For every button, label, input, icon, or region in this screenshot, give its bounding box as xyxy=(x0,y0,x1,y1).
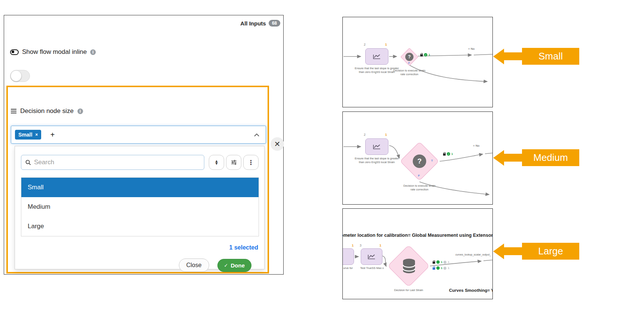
chevron-up-icon[interactable] xyxy=(254,133,260,137)
close-button[interactable]: Close xyxy=(179,258,209,272)
selected-count: 1 selected xyxy=(229,244,258,251)
edge-output-label: curves_lookup_scalar_output_ xyxy=(436,253,491,256)
all-inputs-label: All Inputs xyxy=(240,20,266,27)
question-icon: ? xyxy=(413,154,426,168)
node-count: 2 xyxy=(364,43,366,46)
decision-label: Decision to execute strain rate correcti… xyxy=(391,69,428,76)
line-chart-icon xyxy=(367,254,376,260)
tune-icon xyxy=(231,159,237,165)
node-status-badges: 1 1 xyxy=(433,260,449,264)
dot-badge-icon xyxy=(443,267,446,270)
badge-count: 1 xyxy=(441,266,442,270)
edge-condition-label: = No xyxy=(473,144,479,147)
toggle-knob xyxy=(11,71,21,81)
dot-badge-icon xyxy=(443,261,446,264)
diagram-medium: 2 1 Ensure that the last slope is greate… xyxy=(342,111,493,205)
callout-arrow-head xyxy=(493,49,504,64)
process-node xyxy=(365,48,388,65)
callout-arrow-shaft xyxy=(504,247,524,255)
done-button[interactable]: ✓ Done xyxy=(217,259,251,272)
sort-down-icon: ▼ xyxy=(215,162,217,165)
decision-node-size-label: Decision node size xyxy=(20,107,74,115)
node-label: urve for xyxy=(342,266,356,270)
diagram-small: 2 1 Ensure that the last slope is greate… xyxy=(342,17,493,107)
list-icon xyxy=(11,109,16,113)
badge-count: 1 xyxy=(451,152,453,156)
selected-tag[interactable]: Small × xyxy=(15,130,41,140)
lock-icon xyxy=(420,54,423,56)
node-count: 3 xyxy=(360,244,361,247)
option-large[interactable]: Large xyxy=(21,217,259,236)
info-icon[interactable]: i xyxy=(77,108,83,114)
options-list: Small Medium Large xyxy=(21,177,259,236)
true-branch-label: T xyxy=(431,159,433,162)
node-count: 1 xyxy=(379,244,381,247)
lock-icon xyxy=(443,153,446,156)
size-callout-small: Small xyxy=(522,48,579,65)
diagram-large: ometer location for calibration= Global … xyxy=(342,208,493,299)
lock-icon xyxy=(433,267,435,270)
question-icon: ? xyxy=(405,53,413,61)
badge-count: 1 xyxy=(448,260,449,264)
done-label: Done xyxy=(231,262,245,269)
false-branch-label: F xyxy=(418,174,420,177)
check-badge-icon: ✓ xyxy=(424,53,427,56)
size-callout-medium: Medium xyxy=(522,149,579,166)
sort-button[interactable]: ▲ ▼ xyxy=(209,155,224,170)
line-chart-icon xyxy=(372,144,381,150)
check-badge-icon xyxy=(436,266,440,270)
node-status-badges: 1 1 xyxy=(433,266,449,270)
node-count: 1 xyxy=(352,244,354,247)
node-status-badges: ✓ 1 xyxy=(443,152,453,156)
database-icon xyxy=(402,258,416,275)
node-count: 1 xyxy=(385,133,387,137)
decision-label: Decision to execute strain rate correcti… xyxy=(401,184,438,192)
flow-modal-field: Show flow modal inline i xyxy=(10,48,96,56)
process-node xyxy=(365,138,388,155)
node-count: 1 xyxy=(385,43,387,46)
condition-bottom-label: Curves Smoothing= Yes xyxy=(449,288,493,293)
edge-condition-label: = No xyxy=(468,47,474,51)
node-label: Ensure that the last slope is greater th… xyxy=(354,157,400,164)
all-inputs-header: All Inputs 68 xyxy=(240,20,280,27)
node-count: 2 xyxy=(364,133,366,137)
inputs-count-badge: 68 xyxy=(269,20,280,27)
search-field[interactable] xyxy=(21,155,204,170)
close-icon[interactable]: ✕ xyxy=(271,137,284,151)
selected-tag-label: Small xyxy=(18,132,32,138)
line-chart-icon xyxy=(372,53,381,60)
option-small[interactable]: Small xyxy=(21,178,259,197)
badge-count: 1 xyxy=(428,53,430,56)
flow-modal-toggle[interactable] xyxy=(10,70,30,82)
decision-label: Decision for Last Strain xyxy=(394,288,424,292)
callout-arrow-shaft xyxy=(504,154,524,162)
callout-arrow-head xyxy=(493,244,504,259)
add-value-button[interactable]: + xyxy=(50,131,55,139)
info-icon[interactable]: i xyxy=(90,49,96,55)
size-callout-large: Large xyxy=(522,243,579,260)
decision-node-size-select[interactable]: Small × + xyxy=(11,126,266,144)
process-node xyxy=(342,248,354,265)
search-icon xyxy=(25,159,31,165)
dropdown-actions: Close ✓ Done xyxy=(179,258,251,272)
lock-icon xyxy=(433,261,435,264)
select-dropdown-panel: ▲ ▼ ⋮ Small Medium Large 1 se xyxy=(15,146,265,269)
badge-count: 1 xyxy=(441,260,442,264)
inputs-panel: All Inputs 68 Show flow modal inline i D… xyxy=(4,15,284,275)
kebab-icon: ⋮ xyxy=(248,159,254,166)
badge-count: 1 xyxy=(448,266,449,270)
filter-button[interactable] xyxy=(226,155,241,170)
process-node xyxy=(361,248,382,265)
option-medium[interactable]: Medium xyxy=(21,197,259,217)
more-options-button[interactable]: ⋮ xyxy=(243,155,259,170)
screenshot-root: All Inputs 68 Show flow modal inline i D… xyxy=(0,0,644,309)
callout-arrow-shaft xyxy=(504,52,524,60)
flow-modal-label: Show flow modal inline xyxy=(22,48,87,56)
remove-tag-icon[interactable]: × xyxy=(35,132,38,137)
node-label: Test TrueSS Max x xyxy=(357,266,387,270)
search-input[interactable] xyxy=(34,159,191,166)
condition-heading: ometer location for calibration= Global … xyxy=(342,233,493,238)
check-icon: ✓ xyxy=(224,263,228,268)
node-status-badges: ✓ 1 xyxy=(420,53,430,56)
check-badge-icon: ✓ xyxy=(447,152,450,156)
